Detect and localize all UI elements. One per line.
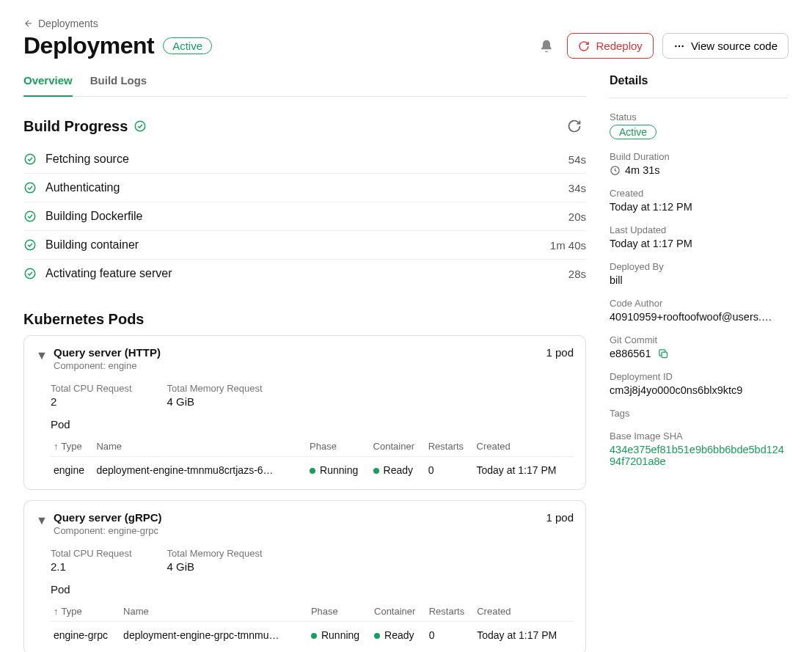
- pod-container: Ready: [370, 457, 425, 484]
- check-circle-icon: [23, 267, 37, 280]
- detail-status-label: Status: [610, 111, 789, 122]
- col-container[interactable]: Container: [371, 601, 426, 622]
- view-source-button[interactable]: View source code: [662, 33, 789, 59]
- detail-deployid-label: Deployment ID: [610, 371, 789, 382]
- bell-icon: [539, 39, 554, 54]
- copy-icon[interactable]: [658, 348, 669, 359]
- col-phase[interactable]: Phase: [307, 436, 370, 457]
- breadcrumb-label: Deployments: [38, 18, 98, 29]
- progress-step-name: Building container: [45, 238, 541, 252]
- redeploy-button[interactable]: Redeploy: [567, 33, 653, 59]
- detail-deployedby-label: Deployed By: [610, 261, 789, 272]
- breadcrumb[interactable]: Deployments: [23, 18, 789, 29]
- pod-group-component: Component: engine: [54, 360, 538, 371]
- cpu-label: Total CPU Request: [51, 548, 132, 559]
- build-progress-list: Fetching source 54s Authenticating 34s B…: [23, 145, 586, 287]
- detail-created-value: Today at 1:12 PM: [610, 201, 789, 213]
- progress-step: Authenticating 34s: [23, 174, 586, 202]
- pod-group-component: Component: engine-grpc: [54, 525, 538, 536]
- notifications-button[interactable]: [535, 34, 558, 58]
- svg-point-7: [25, 240, 35, 250]
- detail-tags-label: Tags: [610, 408, 789, 419]
- mem-label: Total Memory Request: [167, 383, 263, 394]
- svg-rect-10: [662, 352, 667, 358]
- col-restarts[interactable]: Restarts: [426, 601, 474, 622]
- progress-step-duration: 54s: [568, 153, 586, 166]
- check-circle-icon: [23, 153, 37, 166]
- pod-name: deployment-engine-grpc-tmnmu…: [120, 622, 308, 649]
- caret-down-icon[interactable]: ▼: [36, 349, 46, 362]
- detail-commit-value: e886561: [610, 348, 651, 359]
- caret-down-icon[interactable]: ▼: [36, 514, 46, 527]
- col-phase[interactable]: Phase: [308, 601, 371, 622]
- progress-step-duration: 34s: [568, 182, 586, 194]
- svg-point-8: [25, 268, 35, 279]
- detail-created-label: Created: [610, 188, 789, 199]
- detail-sha-label: Base Image SHA: [610, 431, 789, 442]
- detail-status-value: Active: [610, 125, 656, 139]
- pod-phase: Running: [308, 622, 371, 649]
- check-circle-icon: [23, 238, 37, 252]
- col-name[interactable]: Name: [93, 436, 307, 457]
- pod-group: ▼ Query server (gRPC) Component: engine-…: [23, 500, 586, 652]
- tab-build-logs[interactable]: Build Logs: [90, 74, 147, 97]
- detail-duration-label: Build Duration: [610, 151, 789, 162]
- pod-group-title: Query server (HTTP): [54, 346, 538, 359]
- clock-icon: [610, 165, 621, 176]
- svg-point-0: [675, 45, 676, 46]
- col-type[interactable]: ↑Type: [51, 436, 93, 457]
- pod-created: Today at 1:17 PM: [474, 622, 574, 649]
- progress-step-name: Authenticating: [45, 181, 560, 194]
- pod-table-title: Pod: [51, 418, 574, 431]
- col-created[interactable]: Created: [474, 601, 574, 622]
- tab-overview[interactable]: Overview: [23, 74, 73, 97]
- progress-step: Building Dockerfile 20s: [23, 202, 586, 231]
- view-source-label: View source code: [691, 40, 778, 52]
- pod-type: engine-grpc: [51, 622, 120, 649]
- detail-author-value: 40910959+rooftoofwoof@users.…: [610, 311, 789, 323]
- tabs: Overview Build Logs: [23, 74, 586, 97]
- progress-step-name: Fetching source: [45, 153, 560, 166]
- detail-updated-value: Today at 1:17 PM: [610, 238, 789, 249]
- mem-value: 4 GiB: [167, 395, 263, 408]
- check-circle-icon: [23, 210, 37, 223]
- col-name[interactable]: Name: [120, 601, 308, 622]
- col-restarts[interactable]: Restarts: [425, 436, 474, 457]
- refresh-icon: [578, 40, 590, 52]
- pod-count: 1 pod: [546, 511, 574, 524]
- progress-step-name: Building Dockerfile: [45, 210, 560, 223]
- pod-created: Today at 1:17 PM: [474, 457, 574, 484]
- pod-group: ▼ Query server (HTTP) Component: engine …: [23, 335, 586, 490]
- pod-container: Ready: [371, 622, 426, 649]
- pod-type: engine: [51, 457, 93, 484]
- svg-point-5: [25, 183, 35, 193]
- detail-updated-label: Last Updated: [610, 224, 789, 235]
- col-container[interactable]: Container: [370, 436, 425, 457]
- detail-author-label: Code Author: [610, 298, 789, 309]
- svg-point-6: [25, 211, 35, 221]
- svg-point-4: [25, 154, 35, 164]
- progress-step-duration: 1m 40s: [550, 239, 586, 252]
- more-horizontal-icon: [673, 40, 685, 52]
- refresh-progress-button[interactable]: [563, 114, 586, 138]
- cpu-value: 2.1: [51, 560, 132, 573]
- col-type[interactable]: ↑Type: [51, 601, 120, 622]
- status-badge: Active: [163, 37, 212, 54]
- page-title: Deployment: [23, 32, 154, 59]
- cpu-label: Total CPU Request: [51, 383, 132, 394]
- check-circle-icon: [133, 120, 147, 133]
- pod-restarts: 0: [426, 622, 474, 649]
- svg-point-2: [681, 45, 683, 46]
- table-row: engine-grpc deployment-engine-grpc-tmnmu…: [51, 622, 574, 649]
- col-created[interactable]: Created: [474, 436, 574, 457]
- details-title: Details: [610, 74, 789, 87]
- pods-title: Kubernetes Pods: [23, 311, 144, 328]
- refresh-icon: [567, 119, 582, 133]
- pod-restarts: 0: [425, 457, 474, 484]
- check-circle-icon: [23, 181, 37, 194]
- mem-label: Total Memory Request: [167, 548, 263, 559]
- progress-step: Building container 1m 40s: [23, 231, 586, 260]
- pod-count: 1 pod: [546, 346, 574, 359]
- detail-sha-value[interactable]: 434e375ef81b51e9b6bb6bde5bd12494f7201a8e: [610, 444, 789, 467]
- detail-commit-label: Git Commit: [610, 334, 789, 345]
